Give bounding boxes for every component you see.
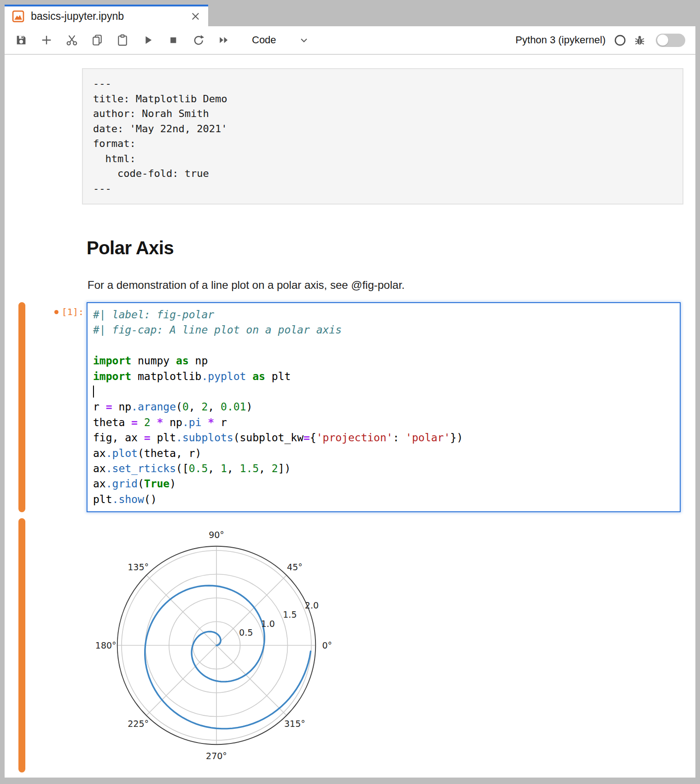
execution-prompt: [1]: — [23, 306, 84, 317]
r-tick-label: 2.0 — [305, 600, 319, 610]
toggle-knob — [657, 35, 668, 46]
run-all-icon — [217, 34, 230, 47]
restart-kernel-icon — [192, 34, 205, 47]
code-line — [93, 338, 674, 353]
notebook-panel: ---title: Matplotlib Demoauthor: Norah S… — [5, 55, 695, 778]
tab-basics-jupyter[interactable]: basics-jupyter.ipynb — [5, 5, 208, 26]
jupyterlab-window: { "window": { "tab_title": "basics-jupyt… — [0, 0, 700, 784]
input-cell-collapser[interactable] — [18, 302, 25, 512]
section-heading: Polar Axis — [87, 238, 174, 258]
tab-title: basics-jupyter.ipynb — [31, 10, 187, 23]
code-line: r = np.arange(0, 2, 0.01) — [93, 399, 674, 415]
cut-icon — [65, 34, 78, 47]
theta-gridline — [216, 645, 286, 715]
theta-tick-label: 90° — [209, 530, 224, 540]
bug-icon[interactable] — [634, 34, 646, 46]
theta-gridline — [146, 645, 216, 715]
restart-kernel-button[interactable] — [191, 33, 206, 47]
theta-tick-label: 225° — [128, 719, 149, 729]
execution-count: [1]: — [62, 306, 84, 317]
theta-tick-label: 0° — [322, 640, 332, 650]
run-cell-button[interactable] — [140, 33, 155, 47]
save-icon — [15, 34, 28, 47]
notebook-file-icon — [12, 10, 24, 23]
raw-line: author: Norah Smith — [93, 106, 682, 122]
paste-cells-button[interactable] — [115, 33, 130, 47]
code-line: import matplotlib.pyplot as plt — [93, 369, 674, 384]
r-tick-label: 1.5 — [283, 609, 297, 620]
polar-plot-output: 0°45°90°135°180°225°270°315°0.51.01.52.0 — [86, 518, 353, 774]
r-tick-label: 1.0 — [261, 619, 275, 629]
code-line: ax.plot(theta, r) — [93, 446, 674, 461]
theta-tick-label: 135° — [128, 562, 149, 572]
theta-tick-label: 270° — [206, 751, 227, 761]
notebook-toolbar: Code Python 3 (ipykernel) — [5, 26, 695, 55]
code-line: fig, ax = plt.subplots(subplot_kw={'proj… — [93, 430, 674, 445]
cell-type-dropdown[interactable]: Code — [252, 34, 276, 46]
add-cell-icon — [40, 34, 53, 47]
raw-line: title: Matplotlib Demo — [93, 92, 682, 107]
copy-icon — [91, 34, 104, 47]
kernel-status-icon — [614, 34, 626, 47]
code-line: plt.show() — [93, 492, 674, 507]
output-cell-collapser[interactable] — [18, 518, 25, 772]
restart-run-all-button[interactable] — [216, 33, 231, 47]
r-tick-label: 0.5 — [239, 627, 253, 638]
raw-line: code-fold: true — [93, 166, 682, 181]
paste-icon — [116, 34, 129, 47]
raw-frontmatter-cell[interactable]: ---title: Matplotlib Demoauthor: Norah S… — [82, 68, 683, 205]
code-line: import numpy as np — [93, 353, 674, 369]
interrupt-kernel-button[interactable] — [166, 33, 181, 47]
text-cursor — [93, 386, 94, 398]
chevron-down-icon[interactable] — [298, 35, 309, 46]
copy-cells-button[interactable] — [90, 33, 105, 47]
code-line: #| label: fig-polar — [93, 307, 674, 322]
save-button[interactable] — [14, 33, 29, 47]
code-line: ax.set_rticks([0.5, 1, 1.5, 2]) — [93, 461, 674, 476]
code-line — [93, 384, 674, 399]
raw-line: format: — [93, 136, 682, 152]
toggle-switch[interactable] — [656, 34, 685, 47]
theta-tick-label: 180° — [95, 640, 117, 650]
tab-bar: basics-jupyter.ipynb — [5, 5, 695, 26]
markdown-paragraph: For a demonstration of a line plot on a … — [88, 279, 405, 292]
code-line: ax.grid(True) — [93, 476, 674, 491]
run-icon — [141, 34, 154, 47]
theta-tick-label: 45° — [287, 562, 303, 572]
cut-cells-button[interactable] — [64, 33, 79, 47]
raw-line: --- — [93, 76, 682, 92]
code-line: #| fig-cap: A line plot on a polar axis — [93, 322, 674, 338]
theta-tick-label: 315° — [284, 719, 305, 729]
raw-line: date: 'May 22nd, 2021' — [93, 122, 682, 137]
insert-cell-button[interactable] — [39, 33, 54, 47]
execution-bullet-icon — [54, 310, 58, 314]
kernel-name[interactable]: Python 3 (ipykernel) — [515, 34, 606, 46]
code-line: theta = 2 * np.pi * r — [93, 415, 674, 430]
code-editor[interactable]: #| label: fig-polar#| fig-cap: A line pl… — [87, 302, 681, 512]
stop-icon — [167, 34, 180, 47]
raw-line: --- — [93, 181, 682, 197]
close-icon[interactable] — [190, 11, 201, 22]
raw-line: html: — [93, 152, 682, 167]
